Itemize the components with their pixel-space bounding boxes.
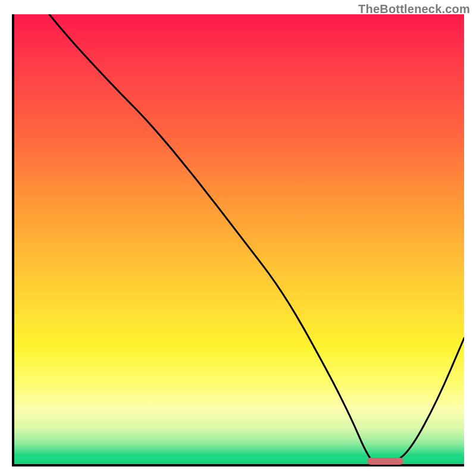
chart-container: TheBottleneck.com (0, 0, 476, 476)
data-curve (14, 14, 464, 464)
plot-area (12, 14, 464, 466)
curve-svg (14, 14, 464, 464)
optimum-marker (367, 458, 403, 465)
